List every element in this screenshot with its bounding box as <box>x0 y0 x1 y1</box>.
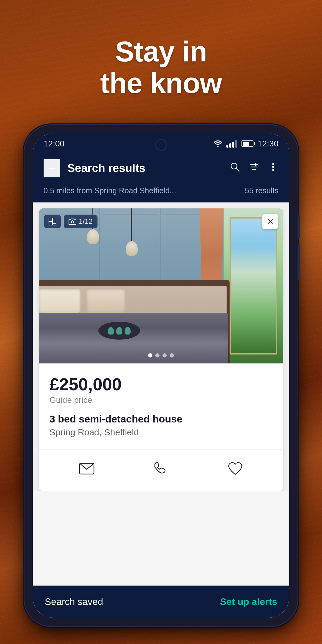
tray <box>98 322 140 340</box>
property-card: 1/12 ✕ <box>39 208 283 491</box>
svg-point-0 <box>231 163 237 169</box>
dot-3 <box>162 353 167 357</box>
svg-point-5 <box>272 163 274 165</box>
bed <box>39 280 230 363</box>
wifi-icon <box>214 140 222 147</box>
tray-item <box>108 327 114 335</box>
back-button[interactable]: ← <box>44 159 60 177</box>
svg-point-6 <box>272 166 274 168</box>
phone-wrapper: 12:00 12:30 <box>24 125 298 626</box>
photo-count-button[interactable]: 1/12 <box>64 215 97 228</box>
price-label: Guide price <box>49 395 273 405</box>
search-icon[interactable] <box>230 162 240 175</box>
photo-count-text: 1/12 <box>79 217 93 226</box>
camera-icon <box>69 218 76 225</box>
volume-up-button[interactable] <box>298 215 300 239</box>
floor-plan-button[interactable] <box>44 215 61 228</box>
close-button[interactable]: ✕ <box>262 214 278 229</box>
image-dots <box>148 353 174 357</box>
search-saved-text: Search saved <box>45 596 103 607</box>
search-subtitle: 0.5 miles from Spring Road Sheffield... … <box>33 182 289 202</box>
heart-icon <box>227 462 243 476</box>
bed-pillow-2 <box>86 289 125 313</box>
property-image: 1/12 ✕ <box>39 208 283 363</box>
dot-1 <box>148 353 152 357</box>
bed-duvet <box>39 313 228 363</box>
tray-item <box>125 327 131 335</box>
camera-notch <box>155 139 167 151</box>
battery-fill <box>243 142 249 146</box>
dot-4 <box>170 353 174 357</box>
hero-text: Stay in the know <box>0 36 322 99</box>
property-type: 3 bed semi-detached house <box>49 413 273 425</box>
property-info: £250,000 Guide price 3 bed semi-detached… <box>39 363 283 443</box>
phone-screen: 12:00 12:30 <box>33 134 289 618</box>
property-price: £250,000 <box>49 374 273 394</box>
signal-bars <box>226 140 237 148</box>
phone-icon <box>154 461 168 476</box>
status-right: 12:30 <box>214 139 278 148</box>
nav-title: Search results <box>67 162 222 175</box>
svg-line-1 <box>236 168 239 171</box>
status-time-left: 12:00 <box>44 139 64 148</box>
svg-point-12 <box>71 221 74 223</box>
nav-bar: ← Search results <box>33 154 289 182</box>
window-frame <box>230 217 277 354</box>
search-location: 0.5 miles from Spring Road Sheffield... <box>44 186 176 195</box>
main-content: 1/12 ✕ <box>33 202 289 491</box>
image-controls: 1/12 ✕ <box>44 214 278 229</box>
battery-icon <box>242 140 253 147</box>
email-button[interactable] <box>75 457 99 481</box>
svg-point-7 <box>272 169 274 171</box>
floor-plan-icon <box>48 217 57 226</box>
hero-line1: Stay in <box>115 35 207 67</box>
more-icon[interactable] <box>268 162 278 175</box>
search-results-count: 55 results <box>245 186 278 195</box>
phone-shell: 12:00 12:30 <box>24 125 298 626</box>
tray-item <box>116 327 122 335</box>
action-buttons <box>39 449 283 491</box>
bed-pillow-1 <box>39 289 80 313</box>
property-address: Spring Road, Sheffield <box>49 427 273 437</box>
image-type-badge: 1/12 <box>44 215 97 228</box>
sort-icon[interactable] <box>249 162 259 175</box>
favourite-button[interactable] <box>223 457 247 481</box>
email-icon <box>79 463 95 475</box>
window-area <box>224 208 283 363</box>
set-up-alerts-button[interactable]: Set up alerts <box>220 596 277 607</box>
volume-down-button[interactable] <box>298 244 300 280</box>
bottom-banner: Search saved Set up alerts <box>33 586 289 618</box>
bedroom-scene <box>39 208 283 363</box>
hero-line2: the know <box>100 67 222 99</box>
status-time-right: 12:30 <box>258 139 278 148</box>
phone-button[interactable] <box>149 457 173 481</box>
dot-2 <box>155 353 160 357</box>
nav-icons <box>230 162 278 175</box>
